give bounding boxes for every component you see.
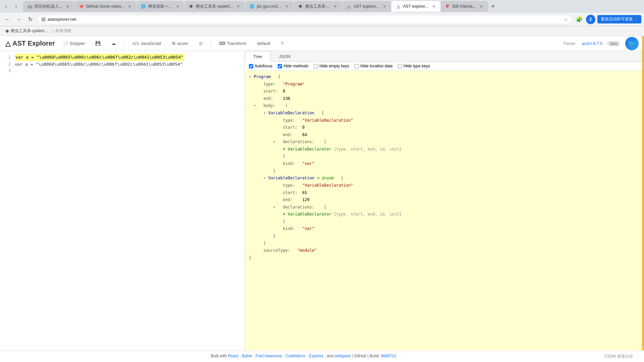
option-hide-empty[interactable]: Hide empty keys [314,64,349,68]
checkbox-hide-location[interactable] [355,64,359,68]
nav-back-btn[interactable]: ‹ [1,2,11,11]
option-hide-methods[interactable]: Hide methods [278,64,308,68]
option-hide-location[interactable]: Hide location data [355,64,392,68]
language-icon: </> [132,41,140,46]
parser-version-link[interactable]: acorn-8.7.0 [582,41,602,46]
ast-vardecl1-type: type: "VariableDeclaration" [249,117,640,124]
footer-link-react[interactable]: React [228,354,238,358]
ast-sourcetype: sourceType: "module" [249,247,640,254]
ast-prop-end: end: 130 [249,95,640,103]
forward-button[interactable]: → [14,15,23,24]
tab-icon-7: △ [346,4,352,9]
tab-close-4[interactable]: ✕ [235,4,241,9]
tab-label-8: AST explore... [403,4,428,9]
tab-icon-1: 🤖 [27,4,33,9]
tab-close-1[interactable]: ✕ [65,4,70,9]
footer-link-express[interactable]: Express [309,354,323,358]
line-number-1: 1 [3,54,11,60]
tab-close-7[interactable]: ✕ [382,4,387,9]
tab-close-8[interactable]: ✕ [431,4,436,9]
footer-link-babel[interactable]: Babel [242,354,252,358]
option-autofocus[interactable]: Autofocus [249,64,272,68]
tab-tree[interactable]: Tree [245,51,270,62]
browser-tab-4[interactable]: 🕷 爬虫工具库-spidert... ✕ [184,1,245,12]
snippet-button[interactable]: 📄 Snippet [60,40,87,47]
tab-close-2[interactable]: ✕ [127,4,132,9]
translate-icon: ⊠ [41,16,46,22]
logo-icon: △ [5,40,10,48]
option-hide-location-label: Hide location data [360,64,392,68]
new-tab-button[interactable]: + [488,2,498,11]
parser-info-label: Parser: [564,41,577,46]
checkbox-autofocus[interactable] [249,64,253,68]
option-hide-type-label: Hide type keys [404,64,430,68]
tab-label-1: 阿旦的机器人... [35,4,62,9]
ast-vardeclarator-2: + VariableDeclarator {type, start, end, … [249,211,640,218]
line-number-2: 2 [3,61,11,67]
browser-tab-1[interactable]: 🤖 阿旦的机器人... ✕ [23,1,74,12]
browser-tab-9[interactable]: P 500 Interna... ✕ [441,1,488,12]
logo-text: AST Explorer [12,40,55,47]
tab-close-9[interactable]: ✕ [479,4,484,9]
browser-tab-7[interactable]: △ AST explore... ✕ [342,1,391,12]
tab-close-6[interactable]: ✕ [333,4,338,9]
save-button[interactable]: 💾 [93,40,103,47]
ast-node-program: - Program { [249,73,640,81]
address-bar[interactable]: ⊠ astexplorer.net ☆ [37,15,573,24]
parser-button[interactable]: ⚙ acorn [169,40,191,47]
toggle-button[interactable]: ⊙ [196,40,205,47]
timer-badge: 2ms [607,41,620,46]
browser-tab-6[interactable]: 🕷 爬虫工具库-... ✕ [294,1,342,12]
ast-node-vardecl-1: - VariableDeclaration { [249,110,640,117]
footer-text: Built with [211,354,228,358]
bookmarks-manager: 所有书签 [55,28,71,34]
bookmark-star-icon[interactable]: ☆ [564,17,568,22]
footer-link-codemirror[interactable]: CodeMirror [285,354,306,358]
code-editor[interactable]: 1 var a = "\u0068\u0065\u006c\u006c\u006… [0,51,245,351]
tab-label-2: GitHub Some notes... [86,4,124,9]
nav-forward-btn[interactable]: › [11,2,21,11]
browser-tab-8[interactable]: △ AST explore... ✕ [391,1,440,12]
ast-tree-content[interactable]: - Program { type: "Program" start: 0 end… [245,71,644,351]
parser-icon: ⚙ [172,41,176,46]
refresh-button[interactable]: ↻ [25,15,35,24]
transform-icon: ⌨ [219,41,225,46]
help-button[interactable]: ? [278,40,286,47]
browser-tab-2[interactable]: 🐙 GitHub Some notes... ✕ [74,1,137,12]
footer-link-webpack[interactable]: webpack [335,354,351,358]
checkbox-hide-methods[interactable] [278,64,282,68]
code-line-2: 2 var a = "\u0068\u0065\u006c\u006c\u006… [0,61,245,68]
tab-label-5: jdz.gov.cn/2... [257,4,281,9]
ast-vardecl1-kind: kind: "var" [249,160,640,168]
snippet-icon: 📄 [63,41,68,46]
browser-tab-3[interactable]: 🌐 网页抓取 + ... ✕ [137,1,184,12]
cloud-button[interactable]: ☁ [109,40,118,47]
checkbox-hide-type[interactable] [398,64,402,68]
bookmark-item-1[interactable]: 🕷 爬虫工具库-spidert... [3,27,50,35]
ast-vardecl2-start: start: 65 [249,189,640,197]
footer-github: | GitHub | Build: [352,354,381,358]
default-button[interactable]: default [254,40,273,47]
option-hide-type[interactable]: Hide type keys [398,64,430,68]
profile-button[interactable]: Z [586,15,595,24]
transform-button[interactable]: ⌨ Transform [216,40,249,47]
extensions-button[interactable]: 🧩 [575,15,584,24]
tab-close-3[interactable]: ✕ [175,4,180,9]
tab-icon-8: △ [395,4,401,9]
address-bar-row: ← → ↻ ⊠ astexplorer.net ☆ 🧩 Z 重新启动即可更新 ： [0,13,644,26]
footer-link-build[interactable]: 8888701 [381,354,396,358]
tab-close-5[interactable]: ✕ [284,4,289,9]
tab-json[interactable]: JSON [270,51,299,62]
ast-vardecl2-kind: kind: "var" [249,225,640,233]
footer-link-fontawesome[interactable]: Font Awesome [256,354,282,358]
tab-icon-3: 🌐 [141,4,146,9]
back-button[interactable]: ← [3,15,12,24]
language-button[interactable]: </> JavaScript [129,39,164,48]
ast-vardecl2-decls: - declarations: [ [249,204,640,211]
update-button[interactable]: 重新启动即可更新 ： [597,15,641,23]
bird-logo: 🐦 [625,37,639,50]
language-label: JavaScript [141,41,161,46]
checkbox-hide-empty[interactable] [314,64,318,68]
app-logo: △ AST Explorer [5,40,55,48]
browser-tab-5[interactable]: 🌐 jdz.gov.cn/2... ✕ [245,1,293,12]
